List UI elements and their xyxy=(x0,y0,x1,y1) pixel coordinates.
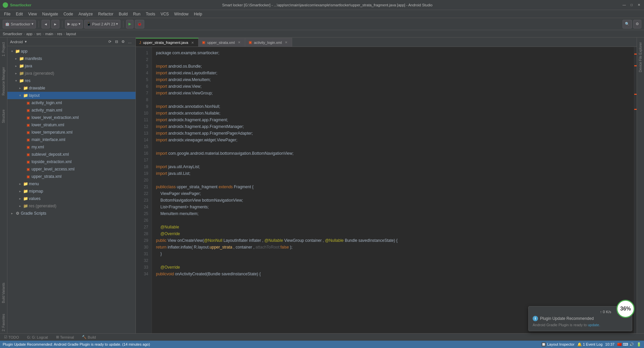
run-button[interactable]: ▶ xyxy=(126,20,133,28)
tree-item-lower-stratum[interactable]: ▣ lower_stratum.xml xyxy=(7,121,136,129)
tab-close-upper-strata-xml[interactable]: ✕ xyxy=(237,40,241,45)
menu-item-window[interactable]: Window xyxy=(171,11,191,17)
expand-arrow-app: ▼ xyxy=(10,49,14,53)
tree-item-main-interface[interactable]: ▣ main_interface.xml xyxy=(7,136,136,143)
event-log-btn[interactable]: 🔔 1 Event Log xyxy=(577,342,603,347)
close-button[interactable]: ✕ xyxy=(637,3,641,7)
menu-item-vcs[interactable]: VCS xyxy=(158,11,172,17)
tree-label-activity-login: activity_login.xml xyxy=(32,100,62,105)
tree-item-manifests[interactable]: ► 📁 manifests xyxy=(7,55,136,62)
minimize-button[interactable]: — xyxy=(622,3,627,7)
code-content[interactable]: package com.example.smartlocker; import … xyxy=(152,47,634,333)
code-line-17 xyxy=(156,157,634,163)
tree-item-java[interactable]: ► 📁 java xyxy=(7,62,136,70)
breadcrumb-smartlocker[interactable]: Smartlocker xyxy=(3,32,22,36)
tab-close-upper-strata-fragment[interactable]: ✕ xyxy=(190,40,195,45)
tree-item-mipmap[interactable]: ► 📁 mipmap xyxy=(7,188,136,195)
menu-item-tools[interactable]: Tools xyxy=(143,11,158,17)
project-selector[interactable]: 🤖 Smartlocker ▾ xyxy=(3,20,36,28)
tree-item-topside-extraction[interactable]: ▣ topside_extraction.xml xyxy=(7,158,136,165)
options-button[interactable]: … xyxy=(127,39,133,45)
code-line-25: MenuItem menuItem; xyxy=(156,210,634,217)
tree-item-values[interactable]: ► 📁 values xyxy=(7,195,136,202)
line-number-26: 26 xyxy=(136,217,148,224)
tree-item-res-gen[interactable]: ► 📁 res (generated) xyxy=(7,202,136,210)
tree-item-app[interactable]: ▼ 📁 app xyxy=(7,48,136,55)
menu-item-file[interactable]: File xyxy=(1,11,13,17)
tree-item-my[interactable]: ▣ my.xml xyxy=(7,143,136,151)
layout-inspector-btn[interactable]: 🔲 Layout Inspector xyxy=(541,342,574,347)
breadcrumb: Smartlocker › app › src › main › res › l… xyxy=(0,30,644,38)
tree-label-gradle-scripts: Gradle Scripts xyxy=(21,211,46,216)
tree-item-activity-main[interactable]: ▣ activity_main.xml xyxy=(7,107,136,114)
gear-icon[interactable]: ⚙ xyxy=(120,39,126,45)
code-line-4: import android.view.LayoutInflater; xyxy=(156,70,634,76)
device-file-explorer-tab[interactable]: Device File Explorer xyxy=(638,40,643,74)
code-line-22: ViewPager viewPager; xyxy=(156,190,634,197)
favorites-tab[interactable]: 2: Favorites xyxy=(1,312,6,333)
tree-item-gradle-scripts[interactable]: ► ⚙ Gradle Scripts xyxy=(7,210,136,217)
resource-manager-tab[interactable]: Resource Manager xyxy=(1,65,6,97)
tab-close-activity-login-xml[interactable]: ✕ xyxy=(284,40,288,45)
code-line-23: BottomNavigationView bottomNavigationVie… xyxy=(156,197,634,204)
code-line-24: List<Fragment> fragments; xyxy=(156,204,634,210)
tab-activity-login-xml[interactable]: ▣ activity_login.xml ✕ xyxy=(245,38,292,47)
code-line-21: public class upper_strata_fragment exten… xyxy=(156,184,634,190)
build-tab[interactable]: 🔨 Build xyxy=(80,334,97,341)
search-button[interactable]: 🔍 xyxy=(623,20,632,28)
tree-item-upper-strata[interactable]: ▣ upper_strata.xml xyxy=(7,173,136,180)
tree-item-upper-level-access[interactable]: ▣ upper_level_access.xml xyxy=(7,165,136,173)
tree-item-layout[interactable]: ▼ 📁 layout xyxy=(7,92,136,99)
run-config-dropdown[interactable]: ▶ app ▾ xyxy=(65,20,83,28)
tree-item-lower-level-extraction[interactable]: ▣ lower_level_extraction.xml xyxy=(7,114,136,121)
breadcrumb-main[interactable]: main xyxy=(45,32,53,36)
menu-item-code[interactable]: Code xyxy=(61,11,76,17)
terminal-tab[interactable]: ⊞ Terminal xyxy=(55,334,75,341)
menu-item-edit[interactable]: Edit xyxy=(13,11,25,17)
menu-item-refactor[interactable]: Refactor xyxy=(96,11,116,17)
debug-button[interactable]: 🐞 xyxy=(135,20,144,28)
build-variants-tab[interactable]: Build Variants xyxy=(1,281,6,305)
logcat-tab[interactable]: G: G: Logcat xyxy=(26,334,49,341)
sync-button[interactable]: ⟳ xyxy=(107,39,113,45)
settings-button[interactable]: ⚙ xyxy=(633,20,641,28)
right-gutter[interactable] xyxy=(634,47,637,333)
tree-label-mipmap: mipmap xyxy=(29,189,43,194)
project-icon: 🤖 xyxy=(5,22,10,26)
menu-item-navigate[interactable]: Navigate xyxy=(40,11,61,17)
tree-item-lower-temperature[interactable]: ▣ lower_temperature.xml xyxy=(7,129,136,136)
breadcrumb-layout[interactable]: layout xyxy=(66,32,76,36)
forward-button[interactable]: ► xyxy=(51,20,60,28)
error-mark-2 xyxy=(634,65,637,66)
tree-item-drawable[interactable]: ► 📁 drawable xyxy=(7,84,136,92)
tree-item-java-gen[interactable]: ► 📁 java (generated) xyxy=(7,70,136,77)
device-selector[interactable]: 📱 Pixel 2 API 23 ▾ xyxy=(84,20,121,28)
menu-item-analyze[interactable]: Analyze xyxy=(76,11,96,17)
tree-label-my: my.xml xyxy=(32,145,44,149)
xml-file-icon-topside-extraction: ▣ xyxy=(26,159,31,164)
todo-tab[interactable]: ☑ TODO xyxy=(3,334,20,341)
tree-item-activity-login[interactable]: ▣ activity_login.xml xyxy=(7,99,136,107)
maximize-button[interactable]: □ xyxy=(629,3,634,7)
tree-item-menu[interactable]: ► 📁 menu xyxy=(7,180,136,188)
menu-item-help[interactable]: Help xyxy=(191,11,205,17)
status-time: 10:37 xyxy=(605,342,614,346)
menu-item-view[interactable]: View xyxy=(25,11,40,17)
notification-link[interactable]: update. xyxy=(588,323,600,327)
structure-tab[interactable]: Structure xyxy=(1,108,6,125)
breadcrumb-app[interactable]: app xyxy=(26,32,32,36)
project-tab[interactable]: 1: Project xyxy=(1,40,6,58)
collapse-all-button[interactable]: ⊟ xyxy=(113,39,119,45)
folder-icon-manifests: 📁 xyxy=(19,56,24,61)
tab-label-upper-strata-xml: upper_strata.xml xyxy=(207,41,235,45)
tab-upper-strata-xml[interactable]: ▣ upper_strata.xml ✕ xyxy=(199,38,245,47)
menu-item-build[interactable]: Build xyxy=(116,11,130,17)
tab-upper-strata-fragment[interactable]: J upper_strata_fragment.java ✕ xyxy=(136,38,199,47)
breadcrumb-res[interactable]: res xyxy=(57,32,62,36)
back-button[interactable]: ◄ xyxy=(42,20,50,28)
tree-item-res[interactable]: ▼ 📁 res xyxy=(7,77,136,84)
tree-item-sublevel-deposit[interactable]: ▣ sublevel_deposit.xml xyxy=(7,151,136,158)
breadcrumb-src[interactable]: src xyxy=(36,32,41,36)
expand-arrow-res: ▼ xyxy=(14,79,18,83)
menu-item-run[interactable]: Run xyxy=(130,11,143,17)
